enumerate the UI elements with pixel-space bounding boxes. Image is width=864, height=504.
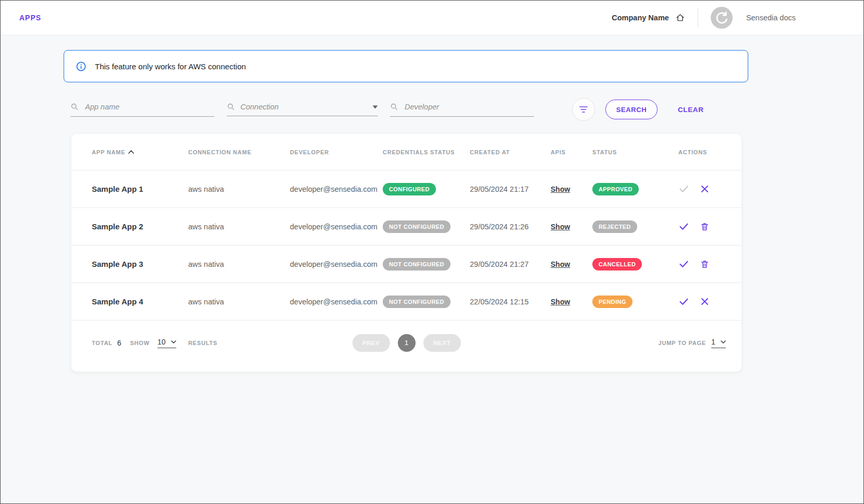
chevron-down-icon [721, 340, 726, 343]
connection-select-value: Connection [240, 103, 367, 111]
cell-created-at: 29/05/2024 21:26 [470, 223, 551, 231]
show-apis-link[interactable]: Show [551, 223, 570, 231]
show-apis-link[interactable]: Show [551, 185, 570, 193]
cell-created-at: 29/05/2024 21:27 [470, 260, 551, 268]
approve-check-icon[interactable] [678, 296, 689, 307]
cell-actions [678, 221, 726, 232]
app-name-input[interactable] [84, 102, 214, 112]
column-header-credentials-status: CREDENTIALS STATUS [383, 149, 470, 155]
reject-close-icon[interactable] [700, 297, 710, 306]
company-name: Company Name [612, 14, 669, 22]
prev-page-button[interactable]: PREV [352, 334, 390, 352]
app-name-filter[interactable] [70, 102, 214, 117]
developer-input[interactable] [404, 102, 534, 112]
credentials-status-badge: NOT CONFIGURED [383, 258, 451, 271]
cell-actions [678, 296, 726, 307]
cell-connection: aws nativa [188, 185, 290, 193]
column-header-status: STATUS [592, 149, 678, 155]
cell-created-at: 22/05/2024 12:15 [470, 298, 551, 306]
filter-lines-icon [579, 106, 588, 113]
sort-asc-icon [128, 150, 134, 154]
cell-actions [678, 183, 726, 194]
info-icon [76, 61, 87, 72]
topbar: APPS Company Name Sensedia docs [1, 1, 863, 35]
banner-text: This feature only works for AWS connecti… [95, 62, 246, 71]
cell-actions [678, 259, 726, 269]
developer-filter[interactable] [390, 102, 534, 117]
delete-trash-icon[interactable] [700, 259, 710, 269]
cell-developer: developer@sensedia.com [290, 185, 383, 193]
home-icon[interactable] [675, 13, 685, 22]
cell-connection: aws nativa [188, 260, 290, 268]
jump-label: JUMP TO PAGE [658, 340, 706, 346]
search-icon [227, 103, 235, 111]
cell-developer: developer@sensedia.com [290, 223, 383, 231]
status-badge: PENDING [592, 296, 632, 308]
approve-check-icon[interactable] [678, 259, 689, 269]
show-apis-link[interactable]: Show [551, 260, 570, 268]
results-label: RESULTS [188, 340, 217, 346]
current-page-button[interactable]: 1 [398, 334, 416, 352]
show-apis-link[interactable]: Show [551, 298, 570, 306]
table-row: Sample App 4 aws nativa developer@sensed… [71, 283, 741, 321]
column-header-connection-name: CONNECTION NAME [188, 149, 290, 155]
topbar-right: Company Name Sensedia docs [612, 7, 796, 29]
cell-app-name: Sample App 4 [92, 297, 188, 306]
credentials-status-badge: NOT CONFIGURED [383, 220, 451, 233]
topbar-divider [698, 8, 698, 27]
column-header-app-name[interactable]: APP NAME [92, 149, 188, 155]
info-banner: This feature only works for AWS connecti… [64, 50, 748, 82]
approve-check-icon[interactable] [678, 221, 689, 232]
cell-connection: aws nativa [188, 223, 290, 231]
table-header-row: APP NAME CONNECTION NAME DEVELOPER CREDE… [71, 134, 741, 170]
delete-trash-icon[interactable] [700, 222, 710, 232]
page-title: APPS [19, 14, 41, 22]
status-badge: REJECTED [592, 220, 637, 233]
table-row: Sample App 1 aws nativa developer@sensed… [71, 170, 741, 208]
total-label: TOTAL [92, 340, 113, 346]
column-header-developer: DEVELOPER [290, 149, 383, 155]
search-icon [390, 103, 398, 111]
show-label: SHOW [130, 340, 149, 346]
connection-filter[interactable]: Connection [227, 103, 378, 116]
sensedia-logo-icon [711, 7, 733, 29]
search-button[interactable]: SEARCH [605, 100, 658, 119]
table-footer: TOTAL 6 SHOW 10 RESULTS PREV 1 NEXT JUMP… [71, 321, 741, 365]
status-badge: CANCELLED [592, 258, 642, 271]
status-badge: APPROVED [592, 183, 639, 195]
table-row: Sample App 3 aws nativa developer@sensed… [71, 245, 741, 283]
cell-app-name: Sample App 3 [92, 260, 188, 268]
advanced-filter-button[interactable] [572, 98, 595, 121]
clear-button[interactable]: CLEAR [675, 105, 707, 114]
results-summary: TOTAL 6 SHOW 10 RESULTS [92, 338, 217, 348]
sensedia-docs-link[interactable]: Sensedia docs [746, 14, 796, 22]
filters-bar: Connection SEARCH CLEAR [70, 97, 743, 121]
apps-table-card: APP NAME CONNECTION NAME DEVELOPER CREDE… [71, 134, 741, 372]
total-value: 6 [117, 339, 121, 347]
credentials-status-badge: CONFIGURED [383, 183, 436, 195]
approve-check-icon [678, 183, 689, 194]
page-size-select[interactable]: 10 [157, 338, 176, 348]
search-icon [70, 103, 79, 111]
cell-app-name: Sample App 1 [92, 185, 188, 193]
apps-page: APPS Company Name Sensedia docs [0, 0, 864, 504]
credentials-status-badge: NOT CONFIGURED [383, 296, 451, 308]
chevron-down-icon [372, 105, 378, 109]
column-header-apis: APIS [551, 149, 592, 155]
chevron-down-icon [171, 340, 176, 343]
next-page-button[interactable]: NEXT [423, 334, 461, 352]
cell-created-at: 29/05/2024 21:17 [470, 185, 551, 193]
table-row: Sample App 2 aws nativa developer@sensed… [71, 208, 741, 245]
jump-to-page: JUMP TO PAGE 1 [658, 338, 726, 348]
column-header-actions: ACTIONS [678, 149, 726, 155]
jump-page-select[interactable]: 1 [711, 338, 726, 348]
reject-close-icon[interactable] [700, 184, 710, 194]
column-header-created-at: CREATED AT [470, 149, 551, 155]
cell-developer: developer@sensedia.com [290, 298, 383, 306]
cell-developer: developer@sensedia.com [290, 260, 383, 268]
cell-app-name: Sample App 2 [92, 222, 188, 231]
pager: PREV 1 NEXT [352, 334, 461, 352]
cell-connection: aws nativa [188, 298, 290, 306]
